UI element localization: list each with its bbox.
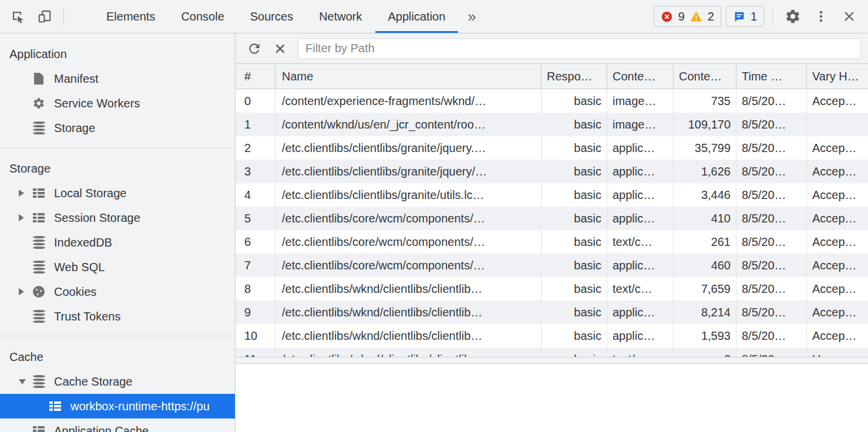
column-header[interactable]: Conte… (607, 64, 673, 89)
table-cell: /etc.clientlibs/wknd/clientlibs/clientli… (275, 277, 541, 301)
tab-application[interactable]: Application (375, 0, 459, 33)
sidebar-section-storage: Storage Local Storage Session Storage In… (0, 148, 235, 336)
table-row[interactable]: 8/etc.clientlibs/wknd/clientlibs/clientl… (235, 277, 868, 301)
devtools-window: Elements Console Sources Network Applica… (0, 0, 868, 432)
chevron-down-icon[interactable] (19, 379, 32, 384)
table-row[interactable]: 11/etc.clientlibs/wknd/clientlibs/client… (235, 347, 868, 357)
sidebar-item-cookies[interactable]: Cookies (0, 279, 235, 304)
preview-splitter[interactable] (235, 357, 868, 364)
section-title: Application (0, 33, 235, 66)
table-cell: 735 (673, 89, 736, 113)
table-cell: 9 (235, 301, 275, 324)
table-cell: basic (541, 324, 607, 347)
message-icon (733, 11, 745, 23)
column-header[interactable]: Time … (736, 64, 806, 89)
sidebar-item-indexeddb[interactable]: IndexedDB (0, 230, 235, 255)
table-cell: Accep… (806, 324, 868, 347)
sidebar-item-storage[interactable]: Storage (0, 116, 235, 140)
table-cell: 2 (235, 136, 275, 160)
device-toolbar-icon[interactable] (33, 5, 56, 28)
tab-sources[interactable]: Sources (237, 0, 306, 33)
close-devtools-icon[interactable] (837, 5, 861, 28)
more-tabs-icon[interactable]: » (458, 0, 485, 33)
table-row[interactable]: 7/etc.clientlibs/core/wcm/components/…ba… (235, 254, 868, 277)
table-cell: /etc.clientlibs/core/wcm/components/… (275, 254, 541, 277)
table-cell: text/c… (607, 277, 673, 301)
tab-console[interactable]: Console (168, 0, 237, 33)
chevron-right-icon[interactable] (19, 288, 32, 295)
application-sidebar: Application Manifest Service Workers (0, 33, 235, 432)
table-cell: Accep… (806, 160, 868, 183)
delete-selected-icon[interactable] (270, 38, 291, 59)
table-cell: text/c… (607, 230, 673, 254)
message-count: 1 (751, 10, 757, 23)
filter-by-path-input[interactable] (298, 38, 861, 59)
sidebar-item-web-sql[interactable]: Web SQL (0, 255, 235, 279)
gear-icon (32, 97, 46, 110)
table-cell: applic… (607, 136, 673, 160)
sidebar-item-session-storage[interactable]: Session Storage (0, 205, 235, 230)
sidebar-item-service-workers[interactable]: Service Workers (0, 91, 235, 116)
table-cell: /etc.clientlibs/core/wcm/components/… (275, 230, 541, 254)
chevron-right-icon[interactable] (19, 214, 32, 221)
table-cell: 7,659 (673, 277, 736, 301)
table-cell: 7 (235, 254, 275, 277)
table-row[interactable]: 0/content/experience-fragments/wknd/…bas… (235, 89, 868, 113)
table-row[interactable]: 5/etc.clientlibs/core/wcm/components/…ba… (235, 207, 868, 230)
sidebar-item-manifest[interactable]: Manifest (0, 66, 235, 91)
column-header[interactable]: Conte… (673, 64, 736, 89)
inspect-element-icon[interactable] (6, 5, 29, 28)
sidebar-item-label: Local Storage (54, 187, 126, 200)
tab-elements[interactable]: Elements (93, 0, 168, 33)
chevron-right-icon[interactable] (19, 190, 32, 197)
table-cell: 8/5/20… (736, 89, 806, 113)
sidebar-item-label: Service Workers (54, 97, 140, 110)
cache-storage-panel: #NameRespo…Conte…Conte…Time …Vary H… 0/c… (235, 33, 868, 432)
table-cell: Accep… (806, 254, 868, 277)
table-row[interactable]: 9/etc.clientlibs/wknd/clientlibs/clientl… (235, 301, 868, 324)
preview-pane (235, 364, 868, 432)
sidebar-item-label: IndexedDB (54, 236, 112, 249)
table-cell: text/c… (607, 347, 673, 357)
cookie-icon (32, 286, 46, 298)
tab-network[interactable]: Network (306, 0, 375, 33)
table-row[interactable]: 10/etc.clientlibs/wknd/clientlibs/client… (235, 324, 868, 347)
table-icon (32, 426, 46, 432)
table-row[interactable]: 6/etc.clientlibs/core/wcm/components/…ba… (235, 230, 868, 254)
table-cell: Us… (806, 347, 868, 357)
kebab-menu-icon[interactable] (809, 5, 833, 28)
settings-gear-icon[interactable] (781, 5, 805, 28)
table-cell: applic… (607, 254, 673, 277)
section-title: Cache (0, 336, 235, 369)
column-header[interactable]: Name (275, 64, 541, 89)
table-cell: 109,170 (673, 113, 736, 136)
column-header[interactable]: # (235, 64, 275, 89)
refresh-icon[interactable] (244, 38, 265, 59)
sidebar-item-local-storage[interactable]: Local Storage (0, 181, 235, 205)
table-row[interactable]: 1/content/wknd/us/en/_jcr_content/roo…ba… (235, 113, 868, 136)
table-cell: 5 (235, 207, 275, 230)
table-row[interactable]: 3/etc.clientlibs/clientlibs/granite/jque… (235, 160, 868, 183)
table-cell: 8/5/20… (736, 347, 806, 357)
sidebar-item-workbox-runtime-cache[interactable]: workbox-runtime-https://pu (0, 394, 235, 419)
messages-badge[interactable]: 1 (726, 6, 764, 27)
table-cell: /content/experience-fragments/wknd/… (275, 89, 541, 113)
table-row[interactable]: 2/etc.clientlibs/clientlibs/granite/jque… (235, 136, 868, 160)
table-icon (32, 188, 46, 198)
column-header[interactable]: Respo… (541, 64, 607, 89)
toolbar-divider (772, 8, 773, 25)
table-cell: basic (541, 347, 607, 357)
table-cell: /etc.clientlibs/wknd/clientlibs/clientli… (275, 301, 541, 324)
table-cell: /etc.clientlibs/wknd/clientlibs/clientli… (275, 324, 541, 347)
sidebar-item-trust-tokens[interactable]: Trust Tokens (0, 304, 235, 329)
sidebar-item-application-cache[interactable]: Application Cache (0, 419, 235, 432)
table-cell: 3,446 (673, 183, 736, 207)
issues-badge[interactable]: 9 2 (654, 6, 721, 27)
table-row[interactable]: 4/etc.clientlibs/clientlibs/granite/util… (235, 183, 868, 207)
table-cell: 3 (235, 160, 275, 183)
table-cell: 8,214 (673, 301, 736, 324)
column-header[interactable]: Vary H… (806, 64, 868, 89)
sidebar-item-cache-storage[interactable]: Cache Storage (0, 369, 235, 394)
table-cell: /etc.clientlibs/clientlibs/granite/jquer… (275, 136, 541, 160)
database-icon (32, 261, 46, 274)
